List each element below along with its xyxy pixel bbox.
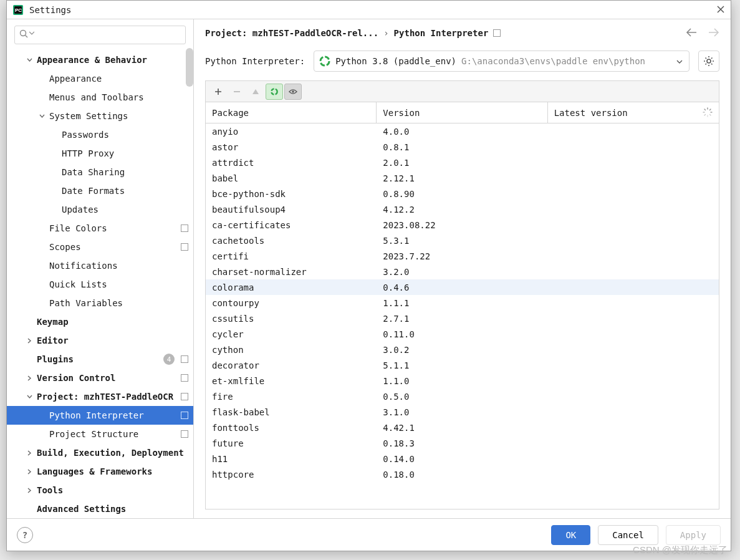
sidebar-item[interactable]: Tools <box>7 481 193 500</box>
sidebar-item[interactable]: HTTP Proxy <box>7 144 193 163</box>
conda-toggle-button[interactable] <box>266 84 283 100</box>
sidebar-item[interactable]: Notifications <box>7 256 193 275</box>
cancel-button[interactable]: Cancel <box>598 525 658 545</box>
sidebar-item[interactable]: Build, Execution, Deployment <box>7 443 193 462</box>
cell-version: 0.14.0 <box>377 454 547 464</box>
col-package[interactable]: Package <box>206 102 377 123</box>
sidebar-item[interactable]: Keymap <box>7 312 193 331</box>
sidebar-item[interactable]: Date Formats <box>7 181 193 200</box>
table-row[interactable]: charset-normalizer3.2.0 <box>206 264 719 279</box>
col-latest[interactable]: Latest version <box>548 102 719 123</box>
table-row[interactable]: cython3.0.2 <box>206 342 719 357</box>
sidebar-item-label: Tools <box>37 485 63 495</box>
table-row[interactable]: bce-python-sdk0.8.90 <box>206 186 719 201</box>
cell-version: 0.5.0 <box>377 392 547 402</box>
sidebar-item-label: Editor <box>37 336 69 345</box>
table-row[interactable]: fire0.5.0 <box>206 389 719 404</box>
table-row[interactable]: fonttools4.42.1 <box>206 420 719 435</box>
cell-package: decorator <box>206 360 377 370</box>
sidebar-item[interactable]: Updates <box>7 200 193 219</box>
cell-package: cssutils <box>206 314 377 324</box>
sidebar-item-label: Appearance & Behavior <box>37 55 147 65</box>
interpreter-path: G:\anaconda3\envs\paddle_env\python <box>461 56 645 66</box>
table-row[interactable]: ca-certificates2023.08.22 <box>206 217 719 233</box>
col-version[interactable]: Version <box>377 102 547 123</box>
sidebar-item[interactable]: Plugins4 <box>7 350 193 369</box>
sidebar-item[interactable]: File Colors <box>7 219 193 238</box>
table-row[interactable]: babel2.12.1 <box>206 170 719 186</box>
breadcrumb-separator: › <box>383 28 388 38</box>
sidebar: Appearance & BehaviorAppearanceMenus and… <box>7 19 194 518</box>
apply-button[interactable]: Apply <box>666 525 721 545</box>
table-row[interactable]: cachetools5.3.1 <box>206 233 719 248</box>
sidebar-item[interactable]: Languages & Frameworks <box>7 462 193 481</box>
remove-package-button[interactable] <box>228 84 246 100</box>
table-body[interactable]: anyio4.0.0astor0.8.1attrdict2.0.1babel2.… <box>206 123 719 509</box>
search-input[interactable] <box>14 26 186 44</box>
sidebar-item-label: Advanced Settings <box>37 504 126 514</box>
table-row[interactable]: h110.14.0 <box>206 451 719 466</box>
nav-back-button[interactable] <box>686 28 697 39</box>
table-row[interactable]: certifi2023.7.22 <box>206 248 719 264</box>
sidebar-item-label: Python Interpreter <box>49 410 144 420</box>
search-dropdown-icon[interactable] <box>29 31 34 36</box>
sidebar-item[interactable]: Appearance <box>7 69 193 88</box>
table-row[interactable]: httpcore0.18.0 <box>206 466 719 482</box>
nav-forward-button[interactable] <box>708 28 719 39</box>
table-row[interactable]: contourpy1.1.1 <box>206 295 719 311</box>
sidebar-item-label: Project Structure <box>49 429 138 439</box>
cell-version: 5.1.1 <box>377 360 547 370</box>
sidebar-item[interactable]: Menus and Toolbars <box>7 88 193 107</box>
ok-button[interactable]: OK <box>551 525 590 545</box>
cell-package: fire <box>206 392 377 402</box>
table-row[interactable]: anyio4.0.0 <box>206 123 719 139</box>
minus-icon <box>233 87 241 96</box>
chevron-down-icon <box>676 59 683 65</box>
table-row[interactable]: future0.18.3 <box>206 435 719 451</box>
cell-package: ca-certificates <box>206 220 377 230</box>
sidebar-item-label: System Settings <box>49 111 128 121</box>
table-row[interactable]: cycler0.11.0 <box>206 326 719 342</box>
cell-package: httpcore <box>206 470 377 480</box>
sidebar-item[interactable]: Advanced Settings <box>7 500 193 518</box>
sidebar-item[interactable]: System Settings <box>7 107 193 125</box>
table-row[interactable]: et-xmlfile1.1.0 <box>206 373 719 389</box>
spacer <box>38 243 46 251</box>
table-row[interactable]: colorama0.4.6 <box>206 279 719 295</box>
sidebar-item[interactable]: Project: mzhTEST-PaddleOCR <box>7 387 193 406</box>
sidebar-item-label: Build, Execution, Deployment <box>37 448 184 458</box>
sidebar-item[interactable]: Quick Lists <box>7 275 193 294</box>
gear-icon <box>703 56 714 67</box>
sidebar-item[interactable]: Scopes <box>7 238 193 256</box>
spacer <box>38 75 46 82</box>
sidebar-item[interactable]: Path Variables <box>7 294 193 312</box>
interpreter-settings-button[interactable] <box>698 51 719 72</box>
sidebar-item[interactable]: Version Control <box>7 369 193 387</box>
close-button[interactable] <box>717 5 724 15</box>
interpreter-select[interactable]: Python 3.8 (paddle_env) G:\anaconda3\env… <box>314 51 690 72</box>
sidebar-item-label: Date Formats <box>62 186 125 196</box>
spacer <box>38 430 46 438</box>
table-row[interactable]: beautifulsoup44.12.2 <box>206 201 719 217</box>
cell-package: h11 <box>206 454 377 464</box>
sidebar-item-label: File Colors <box>49 223 107 233</box>
table-row[interactable]: cssutils2.7.1 <box>206 311 719 326</box>
sidebar-item[interactable]: Editor <box>7 331 193 350</box>
sidebar-item[interactable]: Data Sharing <box>7 163 193 181</box>
cell-package: anyio <box>206 127 377 137</box>
sidebar-item[interactable]: Python Interpreter <box>7 406 193 425</box>
add-package-button[interactable] <box>209 84 227 100</box>
table-row[interactable]: astor0.8.1 <box>206 139 719 155</box>
upgrade-package-button[interactable] <box>247 84 264 100</box>
sidebar-item[interactable]: Appearance & Behavior <box>7 51 193 69</box>
table-row[interactable]: attrdict2.0.1 <box>206 155 719 170</box>
cell-version: 0.11.0 <box>377 329 547 339</box>
scope-icon <box>181 430 188 438</box>
sidebar-item[interactable]: Passwords <box>7 125 193 144</box>
show-early-releases-button[interactable] <box>284 84 302 100</box>
table-row[interactable]: decorator5.1.1 <box>206 357 719 373</box>
table-row[interactable]: flask-babel3.1.0 <box>206 404 719 420</box>
help-button[interactable]: ? <box>17 527 33 543</box>
chevron-right-icon <box>26 374 33 382</box>
sidebar-item[interactable]: Project Structure <box>7 425 193 443</box>
